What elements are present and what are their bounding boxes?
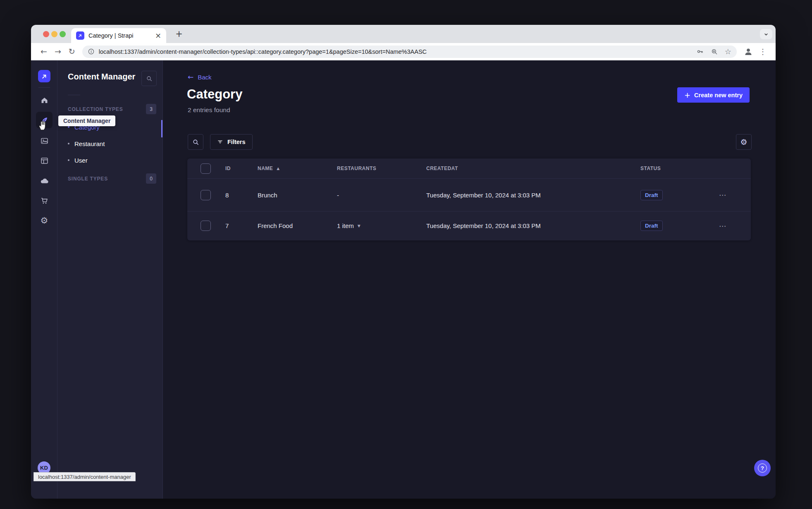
tab-search-chevron-icon[interactable] xyxy=(760,29,772,39)
media-library-icon[interactable] xyxy=(36,132,53,149)
strapi-logo-icon[interactable] xyxy=(38,70,50,82)
back-link[interactable]: ← Back xyxy=(188,73,212,81)
subnav-item-user[interactable]: User xyxy=(68,154,88,166)
select-all-checkbox[interactable] xyxy=(201,163,211,174)
create-new-entry-button[interactable]: + Create new entry xyxy=(677,87,750,103)
browser-window: Category | Strapi × + ← → ↻ localhost:13… xyxy=(31,25,776,499)
row-checkbox[interactable] xyxy=(201,190,211,200)
subnav-item-restaurant[interactable]: Restaurant xyxy=(68,138,105,149)
password-key-icon[interactable] xyxy=(696,48,704,55)
subnav-divider xyxy=(68,95,80,95)
zoom-window-button[interactable] xyxy=(60,31,66,37)
reload-icon[interactable]: ↻ xyxy=(69,48,75,55)
collection-types-label: COLLECTION TYPES xyxy=(68,106,123,112)
mouse-cursor-icon xyxy=(37,120,47,131)
main-content: ← Back Category 2 entries found + Create… xyxy=(163,60,776,499)
new-tab-button[interactable]: + xyxy=(174,29,184,39)
plus-icon: + xyxy=(684,91,690,99)
bookmark-star-icon[interactable]: ☆ xyxy=(725,47,731,56)
close-window-button[interactable] xyxy=(43,31,49,37)
link-preview-statusbar: localhost:1337/admin/content-manager xyxy=(33,472,136,481)
browser-tab[interactable]: Category | Strapi × xyxy=(71,28,166,43)
cell-name: French Food xyxy=(258,222,337,229)
table-header-row: ID NAME ▲ RESTAURANTS CREATEDAT STATUS xyxy=(187,158,751,179)
content-manager-tooltip: Content Manager xyxy=(58,115,115,126)
strapi-favicon-icon xyxy=(76,31,84,40)
column-header-restaurants: RESTAURANTS xyxy=(337,166,426,171)
cell-name: Brunch xyxy=(258,192,337,199)
tab-close-icon[interactable]: × xyxy=(155,32,161,39)
column-header-name[interactable]: NAME ▲ xyxy=(258,166,337,171)
subnav-title: Content Manager xyxy=(68,72,135,82)
cell-restaurants[interactable]: 1 item ▼ xyxy=(337,222,426,229)
marketplace-cart-icon[interactable] xyxy=(36,192,53,209)
cell-restaurants: - xyxy=(337,192,426,199)
search-button[interactable] xyxy=(188,134,203,150)
help-icon: ? xyxy=(758,463,767,473)
minimize-window-button[interactable] xyxy=(51,31,57,37)
tab-strip: Category | Strapi × + xyxy=(31,25,776,43)
collection-types-count-badge: 3 xyxy=(146,104,156,114)
cloud-icon[interactable] xyxy=(36,173,53,189)
status-badge: Draft xyxy=(640,190,663,200)
entries-table: ID NAME ▲ RESTAURANTS CREATEDAT STATUS 8… xyxy=(187,158,751,240)
status-badge: Draft xyxy=(640,221,663,231)
row-actions-icon[interactable]: ⋯ xyxy=(719,222,726,230)
site-info-icon[interactable] xyxy=(88,48,95,55)
strapi-admin: ⚙ KD Content Manager COLLECTION TYPES 3 … xyxy=(31,60,776,499)
row-checkbox[interactable] xyxy=(201,221,211,231)
column-header-status: STATUS xyxy=(640,166,708,171)
column-header-id[interactable]: ID xyxy=(225,166,258,171)
cell-id: 8 xyxy=(225,192,258,199)
table-row[interactable]: 7 French Food 1 item ▼ Tuesday, Septembe… xyxy=(187,211,751,240)
filters-button[interactable]: Filters xyxy=(210,134,253,150)
page-title: Category xyxy=(187,87,242,102)
url-text: localhost:1337/admin/content-manager/col… xyxy=(99,48,690,55)
address-bar[interactable]: localhost:1337/admin/content-manager/col… xyxy=(82,46,737,58)
active-item-indicator xyxy=(161,120,162,137)
content-type-builder-icon[interactable] xyxy=(36,152,53,169)
single-types-label: SINGLE TYPES xyxy=(68,176,108,182)
single-types-count-badge: 0 xyxy=(146,173,156,184)
table-row[interactable]: 8 Brunch - Tuesday, September 10, 2024 a… xyxy=(187,179,751,211)
entries-count: 2 entries found xyxy=(188,106,230,114)
profile-icon[interactable] xyxy=(743,47,753,57)
forward-icon[interactable]: → xyxy=(55,48,61,55)
bullet-icon xyxy=(68,159,69,161)
back-icon[interactable]: ← xyxy=(41,48,47,55)
help-button[interactable]: ? xyxy=(754,460,771,476)
filter-icon xyxy=(217,139,223,145)
column-header-createdat: CREATEDAT xyxy=(426,166,640,171)
subnav-search-button[interactable] xyxy=(141,71,157,86)
caret-down-icon: ▼ xyxy=(358,224,361,228)
view-settings-gear-icon[interactable]: ⚙ xyxy=(736,134,752,150)
row-actions-icon[interactable]: ⋯ xyxy=(719,191,726,199)
zoom-page-icon[interactable] xyxy=(711,48,718,55)
bullet-icon xyxy=(68,143,69,144)
browser-menu-icon[interactable]: ⋮ xyxy=(759,47,767,56)
cell-id: 7 xyxy=(225,222,258,229)
cell-createdat: Tuesday, September 10, 2024 at 3:03 PM xyxy=(426,222,640,229)
back-arrow-icon: ← xyxy=(188,73,193,81)
bullet-icon xyxy=(68,126,69,128)
rail-divider xyxy=(38,87,50,88)
tab-title: Category | Strapi xyxy=(88,32,152,39)
settings-gear-icon[interactable]: ⚙ xyxy=(36,212,53,229)
browser-toolbar: ← → ↻ localhost:1337/admin/content-manag… xyxy=(31,43,776,60)
home-icon[interactable] xyxy=(36,92,53,108)
sort-ascending-icon: ▲ xyxy=(277,166,279,170)
cell-createdat: Tuesday, September 10, 2024 at 3:03 PM xyxy=(426,192,640,199)
